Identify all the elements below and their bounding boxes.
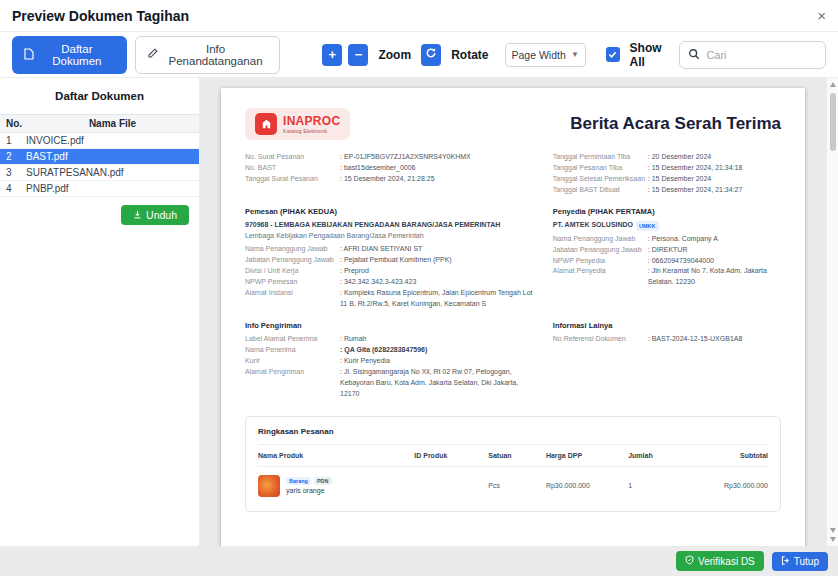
preview-dokumen-modal: Preview Dokumen Tagihan × Daftar Dokumen… — [0, 0, 838, 576]
modal-header: Preview Dokumen Tagihan × — [0, 0, 838, 32]
file-row-invoice[interactable]: 1 INVOICE.pdf — [0, 133, 199, 149]
modal-footer: Verifikasi DS Tutup — [0, 546, 838, 576]
product-image — [258, 475, 280, 497]
exit-icon — [781, 556, 790, 567]
unduh-label: Unduh — [146, 209, 177, 221]
barang-badge: Barang — [286, 477, 311, 485]
download-icon — [133, 209, 142, 221]
informasi-lainya-section: Informasi Lainya No Referensi Dokumen: B… — [553, 321, 781, 399]
inaproc-logo-name: INAPROC — [283, 114, 340, 128]
col-nama-file: Nama File — [26, 115, 199, 132]
verifikasi-ds-label: Verifikasi DS — [698, 556, 755, 567]
page-scale-select[interactable]: Page Width ▼ — [505, 43, 586, 67]
tutup-button[interactable]: Tutup — [772, 552, 828, 571]
file-row-pnbp[interactable]: 4 PNBP.pdf — [0, 181, 199, 197]
close-icon[interactable]: × — [817, 8, 826, 23]
zoom-out-button[interactable]: − — [348, 44, 368, 66]
vertical-scrollbar[interactable] — [826, 78, 838, 546]
daftar-dokumen-button[interactable]: Daftar Dokumen — [12, 36, 127, 74]
product-subtotal: Rp30.000.000 — [686, 482, 768, 489]
product-table-header: Nama Produk ID Produk Satuan Harga DPP J… — [258, 445, 768, 467]
ringkasan-pesanan-box: Ringkasan Pesanan Nama Produk ID Produk … — [245, 416, 781, 512]
penyedia-heading: Penyedia (PIHAK PERTAMA) — [553, 207, 781, 216]
col-no: No. — [0, 115, 26, 132]
penyedia-company: PT. AMTEK SOLUSINDO — [553, 220, 633, 231]
sidebar-title: Daftar Dokumen — [0, 90, 199, 102]
file-table-header: No. Nama File — [0, 114, 199, 133]
page-scale-value: Page Width — [512, 49, 566, 61]
zoom-in-button[interactable]: + — [322, 44, 342, 66]
search-icon — [688, 46, 700, 64]
product-jumlah: 1 — [628, 482, 686, 489]
ringkasan-heading: Ringkasan Pesanan — [258, 427, 768, 445]
informasi-lainya-heading: Informasi Lainya — [553, 321, 781, 330]
rotate-button[interactable] — [421, 44, 441, 66]
check-icon — [608, 50, 617, 59]
inaproc-logo: INAPROC Katalog Elektronik — [245, 108, 350, 140]
document-title: Berita Acara Serah Terima — [570, 114, 781, 134]
show-all-checkbox[interactable] — [606, 47, 620, 62]
document-list-panel: Daftar Dokumen No. Nama File 1 INVOICE.p… — [0, 78, 200, 546]
zoom-label: Zoom — [378, 48, 411, 62]
info-penandatanganan-button[interactable]: Info Penandatanganan — [135, 36, 281, 74]
order-info-left: No. Surat Pesanan: EP-01JF5BGV7ZJ1A2XSNR… — [245, 152, 535, 195]
file-icon — [24, 48, 34, 62]
daftar-dokumen-label: Daftar Dokumen — [39, 43, 115, 67]
pdn-badge: PDN — [314, 477, 332, 485]
inaproc-logo-icon — [255, 113, 277, 135]
pengiriman-heading: Info Pengiriman — [245, 321, 535, 330]
scrollbar-thumb[interactable] — [830, 93, 836, 151]
pdf-page: INAPROC Katalog Elektronik Berita Acara … — [221, 88, 805, 546]
file-row-suratpesanan[interactable]: 3 SURATPESANAN.pdf — [0, 165, 199, 181]
unduh-button[interactable]: Unduh — [121, 205, 189, 225]
pemesan-heading: Pemesan (PIHAK KEDUA) — [245, 207, 535, 216]
search-input[interactable] — [706, 49, 817, 61]
chevron-down-icon: ▼ — [571, 50, 579, 59]
product-harga-dpp: Rp30.000.000 — [546, 482, 628, 489]
rotate-icon — [425, 47, 437, 62]
product-satuan: Pcs — [488, 482, 546, 489]
scroll-down-icon-2[interactable] — [830, 537, 836, 542]
tutup-label: Tutup — [794, 556, 819, 567]
rotate-label: Rotate — [451, 48, 488, 62]
info-penandatanganan-label: Info Penandatanganan — [163, 43, 269, 67]
pemesan-org-subtitle: Lembaga Kebijakan Pengadaan Barang/Jasa … — [245, 231, 535, 242]
scroll-up-icon[interactable] — [830, 82, 836, 87]
shield-check-icon — [685, 555, 694, 567]
pemesan-org: 970968 - LEMBAGA KEBIJAKAN PENGADAAN BAR… — [245, 220, 535, 231]
scroll-down-icon[interactable] — [830, 528, 836, 533]
order-info-right: Tanggal Permintaan Tiba: 20 Desember 202… — [553, 152, 781, 195]
pengiriman-section: Info Pengiriman Label Alamat Penerima: R… — [245, 321, 535, 399]
file-table: No. Nama File 1 INVOICE.pdf 2 BAST.pdf 3… — [0, 114, 199, 197]
pemesan-section: Pemesan (PIHAK KEDUA) 970968 - LEMBAGA K… — [245, 207, 535, 309]
search-box — [679, 41, 826, 69]
product-table-row: Barang PDN yaris orange Pcs Rp30.000.000… — [258, 467, 768, 505]
product-name: yaris orange — [286, 487, 332, 494]
inaproc-logo-subtitle: Katalog Elektronik — [283, 128, 340, 134]
toolbar: Daftar Dokumen Info Penandatanganan + − … — [0, 32, 838, 78]
verifikasi-ds-button[interactable]: Verifikasi DS — [676, 551, 764, 571]
file-row-bast[interactable]: 2 BAST.pdf — [0, 149, 199, 165]
viewer-controls: + − Zoom Rotate Page Width ▼ Show All — [322, 41, 679, 69]
page-title: Preview Dokumen Tagihan — [12, 8, 189, 24]
show-all-label: Show All — [630, 41, 676, 69]
pdf-viewer[interactable]: INAPROC Katalog Elektronik Berita Acara … — [200, 78, 826, 546]
modal-body: Daftar Dokumen No. Nama File 1 INVOICE.p… — [0, 78, 838, 546]
penyedia-section: Penyedia (PIHAK PERTAMA) PT. AMTEK SOLUS… — [553, 207, 781, 309]
pencil-icon — [147, 48, 158, 61]
umkk-badge: UMKK — [636, 221, 659, 231]
